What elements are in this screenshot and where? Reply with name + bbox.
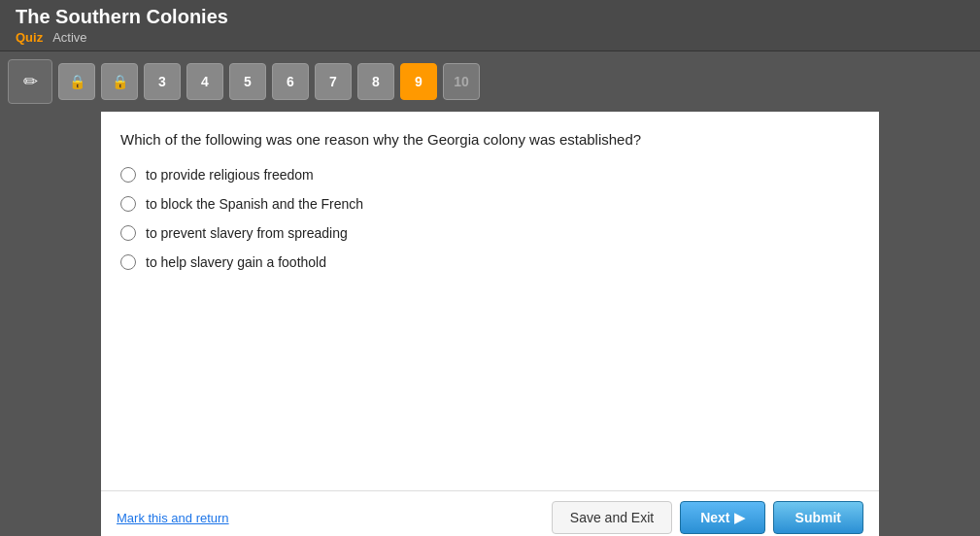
quiz-label: Quiz: [16, 30, 43, 45]
bottom-buttons: Save and Exit Next ▶ Submit: [552, 501, 863, 534]
answer-option-c[interactable]: to prevent slavery from spreading: [120, 225, 860, 241]
question-nav-bar: ✏ 🔒 🔒 3 4 5 6 7 8 9 10: [0, 51, 980, 112]
question-num-5: 5: [244, 74, 252, 89]
question-content-area: Which of the following was one reason wh…: [101, 112, 879, 490]
answer-text-a: to provide religious freedom: [146, 167, 314, 183]
question-btn-8[interactable]: 8: [357, 63, 394, 100]
question-btn-2[interactable]: 🔒: [101, 63, 138, 100]
pencil-icon: ✏: [23, 71, 38, 92]
answer-text-c: to prevent slavery from spreading: [146, 225, 348, 241]
question-num-6: 6: [287, 74, 294, 89]
save-exit-button[interactable]: Save and Exit: [552, 501, 672, 534]
question-num-3: 3: [158, 74, 166, 89]
lock-icon-1: 🔒: [69, 74, 85, 89]
lock-icon-2: 🔒: [112, 74, 128, 89]
active-label: Active: [52, 30, 86, 45]
answer-option-d[interactable]: to help slavery gain a foothold: [120, 254, 860, 270]
question-btn-4[interactable]: 4: [186, 63, 223, 100]
bottom-bar: Mark this and return Save and Exit Next …: [101, 490, 879, 536]
mark-return-link[interactable]: Mark this and return: [117, 511, 229, 525]
submit-button[interactable]: Submit: [773, 501, 863, 534]
answer-text-d: to help slavery gain a foothold: [146, 254, 326, 270]
radio-b[interactable]: [120, 196, 136, 212]
question-btn-5[interactable]: 5: [229, 63, 266, 100]
next-label: Next: [700, 510, 729, 525]
question-text: Which of the following was one reason wh…: [120, 131, 860, 148]
answer-option-a[interactable]: to provide religious freedom: [120, 167, 860, 183]
radio-c[interactable]: [120, 225, 136, 241]
question-btn-7[interactable]: 7: [315, 63, 352, 100]
question-btn-6[interactable]: 6: [272, 63, 309, 100]
question-btn-3[interactable]: 3: [144, 63, 181, 100]
question-btn-9[interactable]: 9: [400, 63, 437, 100]
question-num-8: 8: [372, 74, 380, 89]
header: The Southern Colonies Quiz Active: [0, 0, 980, 51]
question-num-4: 4: [201, 74, 209, 89]
page-title: The Southern Colonies: [16, 6, 964, 28]
answer-text-b: to block the Spanish and the French: [146, 196, 363, 212]
next-arrow-icon: ▶: [734, 510, 745, 525]
next-button[interactable]: Next ▶: [680, 501, 764, 534]
question-num-10: 10: [454, 74, 469, 89]
question-btn-1[interactable]: 🔒: [58, 63, 95, 100]
question-num-9: 9: [415, 74, 422, 89]
radio-a[interactable]: [120, 167, 136, 183]
answer-option-b[interactable]: to block the Spanish and the French: [120, 196, 860, 212]
pencil-button[interactable]: ✏: [8, 59, 52, 104]
radio-d[interactable]: [120, 254, 136, 270]
question-num-7: 7: [329, 74, 337, 89]
question-btn-10[interactable]: 10: [443, 63, 480, 100]
